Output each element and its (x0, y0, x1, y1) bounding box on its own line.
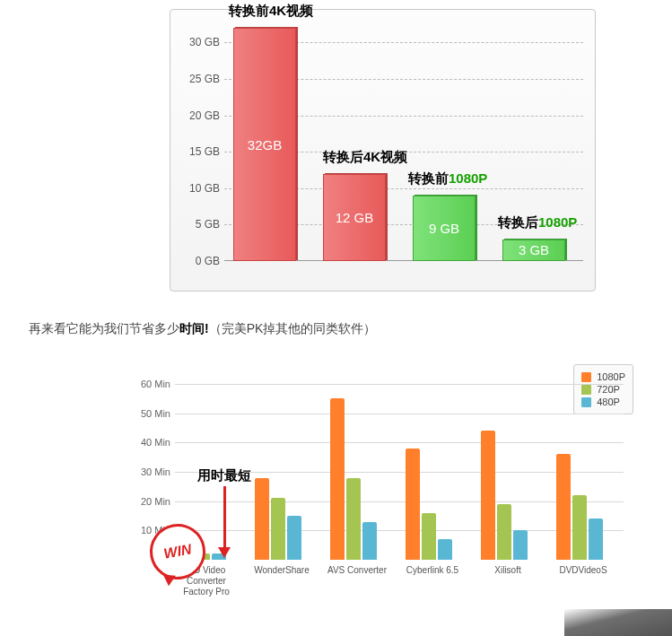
time-bar-group: Cyberlink 6.5 (406, 384, 459, 560)
time-chart: 1080P 720P 480P 10 Min20 Min30 Min40 Min… (135, 357, 637, 613)
time-bar (572, 495, 587, 560)
y-tick-label: 15 GB (175, 145, 220, 158)
category-label: AVS Converter (321, 560, 393, 576)
bar-annotation: 转换后1080P (498, 214, 577, 231)
time-bar (406, 449, 420, 560)
bar-annotation: 转换前1080P (408, 170, 487, 187)
caption-bold: 时间! (179, 321, 209, 335)
time-bar (556, 454, 571, 560)
legend-item-1080p: 1080P (581, 371, 625, 382)
category-label: DVDVideoS (547, 560, 619, 576)
time-bar (481, 431, 495, 560)
time-bar (589, 518, 603, 560)
y-tick-label: 10 GB (175, 182, 220, 195)
category-label: Cyberlink 6.5 (397, 560, 468, 576)
size-chart: 0 GB5 GB10 GB15 GB20 GB25 GB30 GB32GB转换前… (170, 9, 596, 292)
time-bar-group: Xilisoft (481, 384, 535, 560)
legend-swatch-orange (581, 372, 591, 382)
y-tick-label: 60 Min (133, 379, 170, 389)
y-tick-label: 40 Min (133, 437, 170, 448)
time-bar (438, 539, 452, 560)
y-tick-label: 30 Min (133, 466, 170, 477)
time-bar (330, 398, 345, 560)
caption-suffix: （完美PK掉其他的同类软件） (209, 321, 377, 335)
category-label: Xilisoft (472, 560, 544, 576)
y-tick-label: 20 GB (175, 109, 220, 122)
time-bar (362, 522, 377, 560)
bar-annotation: 转换后4K视频 (323, 149, 407, 166)
legend-label: 1080P (597, 371, 625, 382)
y-tick-label: 25 GB (175, 73, 220, 85)
time-bar (422, 513, 436, 560)
time-bar (497, 504, 511, 560)
time-bar (287, 516, 301, 560)
time-bar (271, 498, 285, 560)
caption-text: 再来看它能为我们节省多少时间!（完美PK掉其他的同类软件） (29, 321, 376, 337)
time-bar-group: WonderShare (255, 384, 309, 560)
y-tick-label: 30 GB (175, 36, 220, 48)
size-chart-plot: 0 GB5 GB10 GB15 GB20 GB25 GB30 GB32GB转换前… (224, 28, 583, 261)
size-bar: 9 GB (413, 196, 476, 261)
size-bar: 12 GB (323, 174, 386, 262)
y-tick-label: 50 Min (133, 408, 170, 419)
category-label: WonderShare (246, 560, 318, 576)
time-bar (346, 478, 361, 560)
time-bar (513, 530, 528, 560)
bar-annotation: 转换前4K视频 (229, 3, 313, 20)
y-tick-label: 20 Min (133, 496, 170, 507)
corner-shadow (564, 609, 672, 636)
size-bar: 32GB (233, 28, 296, 261)
time-bar-group: DVDVideoS (556, 384, 610, 560)
y-tick-label: 5 GB (175, 218, 220, 231)
time-chart-plot: 10 Min20 Min30 Min40 Min50 Min60 MinHD V… (175, 384, 624, 560)
size-bar: 3 GB (502, 240, 565, 261)
caption-prefix: 再来看它能为我们节省多少 (29, 321, 179, 335)
time-bar (255, 478, 269, 560)
shortest-time-annotation: 用时最短 (197, 467, 251, 484)
y-tick-label: 0 GB (175, 255, 220, 267)
time-bar-group: AVS Converter (330, 384, 384, 560)
page: { "chart_data": [ { "type": "bar", "titl… (0, 0, 672, 636)
